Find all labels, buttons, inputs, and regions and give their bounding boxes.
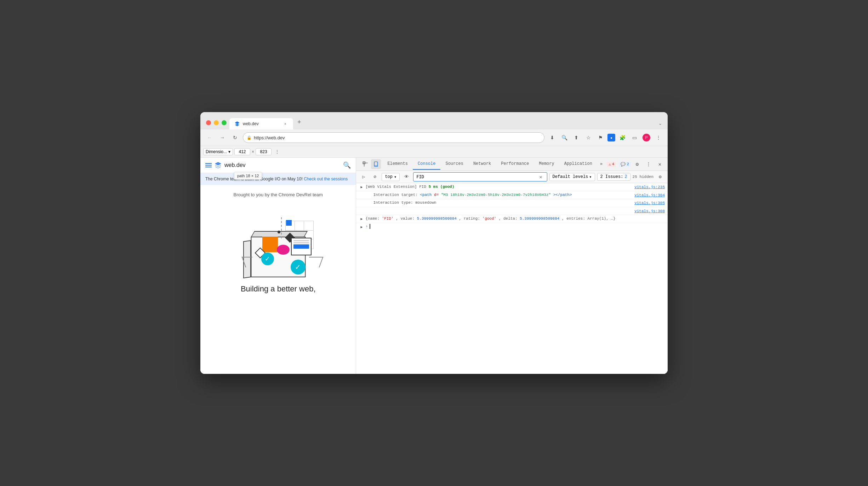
title-bar: web.dev × + ⌄ bbox=[200, 112, 668, 129]
filter-clear-button[interactable]: ✕ bbox=[538, 174, 544, 180]
web-logo: web.dev bbox=[205, 162, 246, 169]
hero-illustration: ✓ ✓ bbox=[229, 203, 328, 284]
mini-card bbox=[291, 238, 312, 255]
active-tab[interactable]: web.dev × bbox=[229, 118, 293, 129]
context-label: top bbox=[385, 174, 393, 179]
console-source-1[interactable]: vitals.js:235 bbox=[634, 184, 665, 189]
main-area: web.dev 🔍 path 18 × 12 The Chrome team i… bbox=[200, 158, 668, 374]
orange-square bbox=[262, 237, 278, 252]
log-levels-label: Default levels bbox=[553, 174, 588, 179]
maximize-traffic-light[interactable] bbox=[222, 120, 227, 125]
issues-button[interactable]: 2 Issues: 2 bbox=[597, 173, 630, 181]
expand-icon-input: ▶ bbox=[359, 224, 364, 229]
tab-title: web.dev bbox=[243, 121, 280, 126]
inspect-icon[interactable] bbox=[360, 159, 370, 169]
flag-icon[interactable]: ⚑ bbox=[595, 133, 605, 143]
console-input-cursor[interactable] bbox=[370, 224, 370, 229]
share-icon[interactable]: ⬆ bbox=[571, 133, 581, 143]
log-levels-button[interactable]: Default levels ▾ bbox=[549, 173, 595, 181]
expand-icon-5[interactable]: ▶ bbox=[359, 216, 364, 221]
extensions-icon[interactable]: 🧩 bbox=[617, 133, 627, 143]
devtools-close-icon[interactable]: ✕ bbox=[655, 159, 665, 169]
svg-rect-4 bbox=[375, 162, 378, 166]
svg-point-6 bbox=[376, 166, 376, 166]
notification-link[interactable]: Check out the sessions bbox=[304, 177, 348, 181]
address-text: https://web.dev bbox=[254, 135, 541, 140]
tab-close-button[interactable]: × bbox=[282, 121, 288, 127]
height-input[interactable] bbox=[256, 148, 272, 155]
console-source-3[interactable]: vitals.js:305 bbox=[634, 200, 665, 205]
console-filter[interactable]: FID ✕ bbox=[413, 172, 547, 181]
wing-right bbox=[305, 257, 323, 267]
tab-network[interactable]: Network bbox=[468, 158, 496, 170]
element-tooltip: path 18 × 12 bbox=[234, 172, 262, 180]
check-circle-1: ✓ bbox=[261, 253, 274, 265]
devtools-settings-icon[interactable]: ⚙ bbox=[632, 159, 642, 169]
tab-overflow-button[interactable]: ⌄ bbox=[658, 121, 662, 129]
warning-badge[interactable]: ⚠ 4 bbox=[607, 162, 616, 167]
sidebar-icon[interactable]: ▭ bbox=[629, 133, 639, 143]
new-tab-button[interactable]: + bbox=[294, 116, 305, 129]
tab-sources[interactable]: Sources bbox=[440, 158, 468, 170]
forward-button[interactable]: → bbox=[217, 133, 227, 143]
devtools-tabs-right: ⚠ 4 💬 2 ⚙ ⋮ ✕ bbox=[605, 159, 665, 169]
download-icon[interactable]: ⬇ bbox=[547, 133, 557, 143]
device-more-button[interactable]: ⋮ bbox=[273, 147, 281, 156]
console-text-3: Interaction type: mousedown bbox=[373, 200, 632, 206]
webdev-logo-icon bbox=[215, 162, 222, 169]
device-select[interactable]: Dimensio... ▾ bbox=[203, 148, 233, 155]
device-mode-icon[interactable] bbox=[371, 159, 381, 169]
run-icon[interactable]: ▷ bbox=[359, 172, 368, 181]
search-button[interactable]: 🔍 bbox=[343, 161, 351, 169]
console-source-4[interactable]: vitals.js:308 bbox=[634, 208, 665, 213]
info-badge[interactable]: 💬 2 bbox=[619, 162, 631, 167]
zoom-icon[interactable]: 🔍 bbox=[559, 133, 569, 143]
tab-memory[interactable]: Memory bbox=[534, 158, 559, 170]
expand-icon-1[interactable]: ▶ bbox=[359, 184, 364, 189]
pink-ellipse bbox=[277, 245, 290, 255]
device-toolbar: Dimensio... ▾ × ⋮ bbox=[200, 146, 668, 158]
console-line-2: ▶ Interaction target: <path d= "M3 18h18… bbox=[356, 191, 668, 199]
width-input[interactable] bbox=[234, 148, 250, 155]
console-line-1: ▶ [Web Vitals Extension] FID 5 ms (good)… bbox=[356, 183, 668, 191]
bookmark-icon[interactable]: ☆ bbox=[583, 133, 593, 143]
dimension-separator: × bbox=[252, 149, 254, 154]
more-menu-icon[interactable]: ⋮ bbox=[653, 133, 663, 143]
log-levels-arrow: ▾ bbox=[589, 174, 592, 180]
tabs-overflow-button[interactable]: » bbox=[597, 162, 605, 167]
minimize-traffic-light[interactable] bbox=[214, 120, 219, 125]
hamburger-menu-icon[interactable] bbox=[205, 163, 212, 167]
console-settings-icon[interactable]: ⚙ bbox=[656, 172, 665, 181]
clear-icon[interactable]: ⊘ bbox=[370, 172, 379, 181]
attribution-text: Brought to you by the Chrome DevRel team bbox=[234, 192, 323, 197]
hidden-count-label: 25 hidden bbox=[633, 175, 653, 179]
browser-window: web.dev × + ⌄ ← → ↻ 🔒 https://web.dev ⬇ … bbox=[200, 112, 668, 374]
address-bar[interactable]: 🔒 https://web.dev bbox=[243, 132, 544, 143]
close-traffic-light[interactable] bbox=[206, 120, 211, 125]
console-input-line: ▶ › bbox=[356, 223, 668, 231]
context-selector[interactable]: top ▾ bbox=[382, 173, 400, 181]
console-text-5: {name: 'FID' , value: 5.399999998509884 … bbox=[365, 216, 665, 222]
devtools-tabs-list: Elements Console Sources Network Perform… bbox=[382, 158, 597, 170]
tab-elements[interactable]: Elements bbox=[382, 158, 413, 170]
black-dot bbox=[278, 231, 280, 233]
devtools-tabs: Elements Console Sources Network Perform… bbox=[356, 158, 668, 171]
notification-bar: The Chrome team is back at Google I/O on… bbox=[200, 173, 356, 185]
extension-green-icon[interactable]: ● bbox=[607, 134, 615, 141]
tab-performance[interactable]: Performance bbox=[496, 158, 534, 170]
devtools-more-icon[interactable]: ⋮ bbox=[644, 159, 653, 169]
issues-count: 2 bbox=[624, 174, 627, 179]
console-line-3: ▶ Interaction type: mousedown vitals.js:… bbox=[356, 199, 668, 207]
check-circle-2: ✓ bbox=[291, 260, 305, 274]
console-text-1: [Web Vitals Extension] FID 5 ms (good) bbox=[365, 184, 632, 190]
eye-icon[interactable]: 👁 bbox=[402, 172, 411, 181]
tab-application[interactable]: Application bbox=[559, 158, 597, 170]
profile-icon[interactable]: P bbox=[641, 133, 651, 143]
reload-button[interactable]: ↻ bbox=[230, 133, 240, 143]
console-source-2[interactable]: vitals.js:304 bbox=[634, 192, 665, 197]
console-text-2: Interaction target: <path d= "M3 18h18v-… bbox=[373, 192, 632, 198]
tab-console[interactable]: Console bbox=[413, 158, 440, 170]
device-label: Dimensio... bbox=[206, 149, 227, 154]
back-button[interactable]: ← bbox=[205, 133, 215, 143]
console-toolbar: ▷ ⊘ top ▾ 👁 FID ✕ Default levels ▾ 2 bbox=[356, 171, 668, 183]
